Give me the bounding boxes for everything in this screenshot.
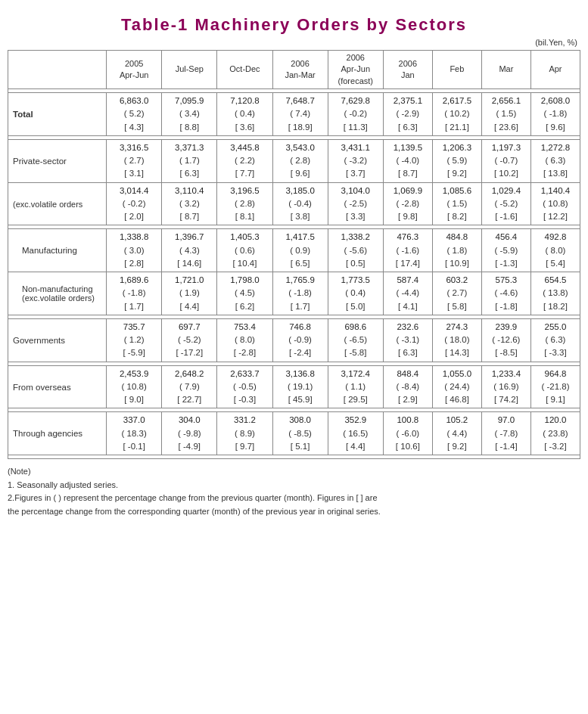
- data-cell: 7,648.7( 7.4)[ 18.9]: [272, 93, 328, 136]
- data-cell: 476.3( -1.6)[ 17.4]: [383, 229, 432, 272]
- table-row: Through agencies337.0( 18.3)[ -0.1]304.0…: [8, 412, 580, 455]
- header-2006-apr: 2006Apr-Jun(forecast): [328, 51, 383, 89]
- header-2006-jan-m: 2006Jan: [383, 51, 432, 89]
- data-cell: 746.8( -0.9)[ -2.4]: [272, 318, 328, 362]
- note-2: 2.Figures in ( ) represent the percentag…: [8, 492, 580, 505]
- data-cell: 6,863.0( 5.2)[ 4.3]: [107, 93, 162, 136]
- data-cell: 331.2( 8.9)[ 9.7]: [217, 412, 272, 455]
- data-cell: 484.8( 1.8)[ 10.9]: [432, 229, 481, 272]
- note-title: (Note): [8, 465, 580, 479]
- data-cell: 1,085.6( 1.5)[ 8.2]: [432, 182, 481, 225]
- data-cell: 7,120.8( 0.4)[ 3.6]: [217, 93, 272, 136]
- data-cell: 255.0( 6.3)[ -3.3]: [530, 318, 580, 362]
- data-cell: 3,196.5( 2.8)[ 8.1]: [217, 182, 272, 225]
- row-label: From overseas: [8, 365, 107, 408]
- data-cell: 304.0( -9.8)[ -4.9]: [162, 412, 217, 455]
- data-cell: 456.4( -5.9)[ -1.3]: [481, 229, 530, 272]
- data-cell: 100.8( -6.0)[ 10.6]: [383, 412, 432, 455]
- header-jul: Jul-Sep: [162, 51, 217, 89]
- data-cell: 587.4( -4.4)[ 4.1]: [383, 272, 432, 315]
- unit-note: (bil.Yen, %): [8, 38, 580, 47]
- data-cell: 3,543.0( 2.8)[ 9.6]: [272, 139, 328, 182]
- data-cell: 3,172.4( 1.1)[ 29.5]: [328, 365, 383, 408]
- data-cell: 3,104.0( -2.5)[ 3.3]: [328, 182, 383, 225]
- header-2006-jan: 2006Jan-Mar: [272, 51, 328, 89]
- data-cell: 3,014.4( -0.2)[ 2.0]: [107, 182, 162, 225]
- header-oct: Oct-Dec: [217, 51, 272, 89]
- row-label: Governments: [8, 318, 107, 362]
- header-feb: Feb: [432, 51, 481, 89]
- data-cell: 1,765.9( -1.8)[ 1.7]: [272, 272, 328, 315]
- row-label: Non-manufacturing(exc.volatile orders): [8, 272, 107, 315]
- data-cell: 1,417.5( 0.9)[ 6.5]: [272, 229, 328, 272]
- data-cell: 1,197.3( -0.7)[ 10.2]: [481, 139, 530, 182]
- data-cell: 3,110.4( 3.2)[ 8.7]: [162, 182, 217, 225]
- data-cell: 697.7( -5.2)[ -17.2]: [162, 318, 217, 362]
- data-cell: 1,798.0( 4.5)[ 6.2]: [217, 272, 272, 315]
- table-row: Manufacturing1,338.8( 3.0)[ 2.8]1,396.7(…: [8, 229, 580, 272]
- data-cell: 698.6( -6.5)[ -5.8]: [328, 318, 383, 362]
- data-cell: 2,656.1( 1.5)[ 23.6]: [481, 93, 530, 136]
- data-cell: 1,206.3( 5.9)[ 9.2]: [432, 139, 481, 182]
- data-cell: 7,095.9( 3.4)[ 8.8]: [162, 93, 217, 136]
- data-cell: 1,689.6( -1.8)[ 1.7]: [107, 272, 162, 315]
- header-mar: Mar: [481, 51, 530, 89]
- table-row: Non-manufacturing(exc.volatile orders)1,…: [8, 272, 580, 315]
- data-cell: 2,648.2( 7.9)[ 22.7]: [162, 365, 217, 408]
- data-cell: 492.8( 8.0)[ 5.4]: [530, 229, 580, 272]
- data-cell: 274.3( 18.0)[ 14.3]: [432, 318, 481, 362]
- row-label: Through agencies: [8, 412, 107, 455]
- data-cell: 3,316.5( 2.7)[ 3.1]: [107, 139, 162, 182]
- divider-row: [8, 455, 580, 459]
- data-cell: 575.3( -4.6)[ -1.8]: [481, 272, 530, 315]
- data-cell: 2,375.1( -2.9)[ 6.3]: [383, 93, 432, 136]
- table-row: Private-sector3,316.5( 2.7)[ 3.1]3,371.3…: [8, 139, 580, 182]
- data-cell: 848.4( -8.4)[ 2.9]: [383, 365, 432, 408]
- data-cell: 1,272.8( 6.3)[ 13.8]: [530, 139, 580, 182]
- data-cell: 654.5( 13.8)[ 18.2]: [530, 272, 580, 315]
- data-cell: 308.0( -8.5)[ 5.1]: [272, 412, 328, 455]
- data-cell: 105.2( 4.4)[ 9.2]: [432, 412, 481, 455]
- data-cell: 1,405.3( 0.6)[ 10.4]: [217, 229, 272, 272]
- data-cell: 2,633.7( -0.5)[ -0.3]: [217, 365, 272, 408]
- data-cell: 1,338.8( 3.0)[ 2.8]: [107, 229, 162, 272]
- data-cell: 7,629.8( -0.2)[ 11.3]: [328, 93, 383, 136]
- row-label: Total: [8, 93, 107, 136]
- table-row: From overseas2,453.9( 10.8)[ 9.0]2,648.2…: [8, 365, 580, 408]
- header-2005-apr: 2005Apr-Jun: [107, 51, 162, 89]
- data-cell: 239.9( -12.6)[ -8.5]: [481, 318, 530, 362]
- data-cell: 735.7( 1.2)[ -5.9]: [107, 318, 162, 362]
- data-cell: 1,396.7( 4.3)[ 14.6]: [162, 229, 217, 272]
- data-cell: 2,608.0( -1.8)[ 9.6]: [530, 93, 580, 136]
- header-label-col: [8, 51, 107, 89]
- row-label: Manufacturing: [8, 229, 107, 272]
- data-cell: 1,069.9( -2.8)[ 9.8]: [383, 182, 432, 225]
- data-cell: 1,140.4( 10.8)[ 12.2]: [530, 182, 580, 225]
- data-cell: 2,617.5( 10.2)[ 21.1]: [432, 93, 481, 136]
- header-row: 2005Apr-Jun Jul-Sep Oct-Dec 2006Jan-Mar …: [8, 51, 580, 89]
- data-cell: 3,431.1( -3.2)[ 3.7]: [328, 139, 383, 182]
- row-label: Private-sector: [8, 139, 107, 182]
- data-cell: 3,445.8( 2.2)[ 7.7]: [217, 139, 272, 182]
- note-3: the percentage change from the correspon…: [8, 505, 580, 519]
- notes-section: (Note) 1. Seasonally adjusted series. 2.…: [8, 465, 580, 518]
- data-cell: 1,139.5( -4.0)[ 8.7]: [383, 139, 432, 182]
- table-row: Total6,863.0( 5.2)[ 4.3]7,095.9( 3.4)[ 8…: [8, 93, 580, 136]
- data-cell: 2,453.9( 10.8)[ 9.0]: [107, 365, 162, 408]
- data-cell: 232.6( -3.1)[ 6.3]: [383, 318, 432, 362]
- data-cell: 1,233.4( 16.9)[ 74.2]: [481, 365, 530, 408]
- data-cell: 1,055.0( 24.4)[ 46.8]: [432, 365, 481, 408]
- row-label: (exc.volatile orders: [8, 182, 107, 225]
- data-cell: 603.2( 2.7)[ 5.8]: [432, 272, 481, 315]
- data-cell: 753.4( 8.0)[ -2.8]: [217, 318, 272, 362]
- data-cell: 1,773.5( 0.4)[ 5.0]: [328, 272, 383, 315]
- data-cell: 1,338.2( -5.6)[ 0.5]: [328, 229, 383, 272]
- data-cell: 964.8( -21.8)[ 9.1]: [530, 365, 580, 408]
- page-title: Table-1 Machinery Orders by Sectors: [8, 15, 580, 35]
- data-cell: 97.0( -7.8)[ -1.4]: [481, 412, 530, 455]
- data-cell: 352.9( 16.5)[ 4.4]: [328, 412, 383, 455]
- data-cell: 1,721.0( 1.9)[ 4.4]: [162, 272, 217, 315]
- data-cell: 3,136.8( 19.1)[ 45.9]: [272, 365, 328, 408]
- header-apr: Apr: [530, 51, 580, 89]
- data-cell: 120.0( 23.8)[ -3.2]: [530, 412, 580, 455]
